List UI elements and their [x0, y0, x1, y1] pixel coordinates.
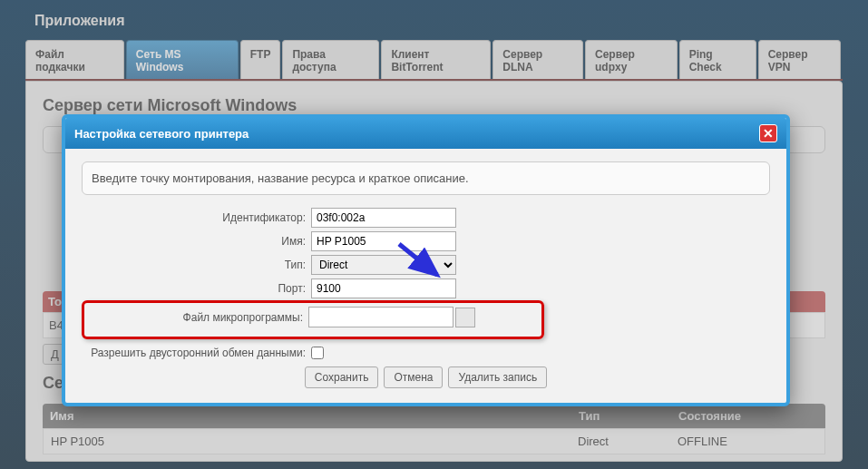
printer-dialog: Настройка сетевого принтера ✕ Введите то…	[62, 114, 790, 406]
firmware-highlight: Файл микропрограммы:	[82, 300, 544, 339]
cancel-button[interactable]: Отмена	[384, 366, 443, 388]
name-field[interactable]	[311, 231, 456, 251]
label-firmware: Файл микропрограммы:	[90, 311, 308, 324]
type-select[interactable]: Direct	[311, 255, 456, 275]
firmware-field[interactable]	[308, 307, 454, 327]
delete-button[interactable]: Удалить запись	[448, 366, 547, 388]
label-type: Тип:	[82, 259, 311, 271]
bidir-checkbox[interactable]	[311, 347, 324, 359]
dialog-title-text: Настройка сетевого принтера	[74, 127, 249, 141]
id-field[interactable]	[311, 208, 456, 228]
save-button[interactable]: Сохранить	[305, 366, 379, 388]
port-field[interactable]	[311, 278, 456, 298]
label-name: Имя:	[82, 235, 311, 248]
label-id: Идентификатор:	[82, 211, 311, 224]
browse-button[interactable]	[455, 308, 475, 327]
label-bidir: Разрешить двусторонний обмен данными:	[82, 347, 311, 359]
close-icon[interactable]: ✕	[759, 124, 777, 142]
label-port: Порт:	[82, 282, 311, 295]
dialog-instruction: Введите точку монтирования, название рес…	[82, 161, 770, 195]
